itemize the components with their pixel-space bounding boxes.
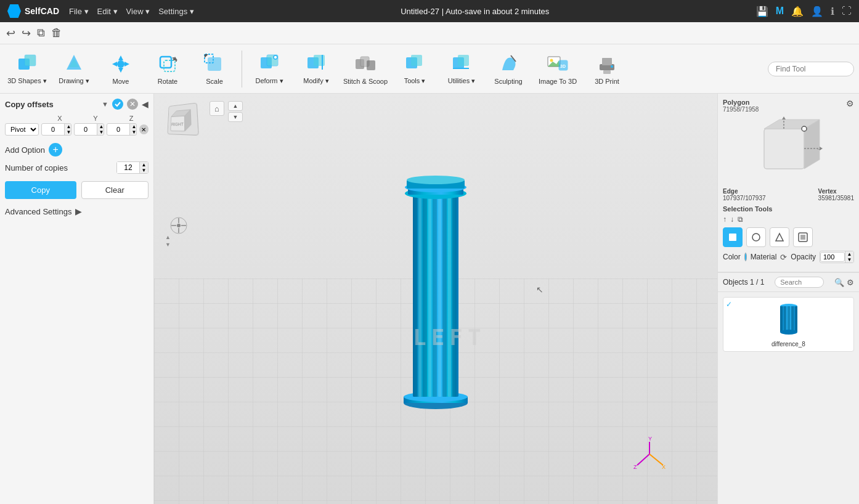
- tool-tools[interactable]: Tools ▾: [393, 47, 437, 91]
- info-icon[interactable]: ℹ: [831, 6, 834, 17]
- find-tool-input[interactable]: [768, 62, 854, 76]
- svg-text:Z: Z: [633, 464, 637, 470]
- confirm-icon[interactable]: [112, 99, 123, 110]
- viewport[interactable]: RIGHT ⌂ ▲ ▼: [154, 94, 717, 504]
- z-spinner: ▲ ▼: [129, 124, 137, 135]
- object-preview: [773, 301, 804, 338]
- selection-mode-buttons: [723, 227, 854, 247]
- sel-vertex-button[interactable]: [770, 227, 789, 247]
- z-input[interactable]: [107, 124, 129, 134]
- tool-utilities[interactable]: Utilities ▾: [439, 47, 484, 91]
- opacity-up[interactable]: ▲: [845, 251, 853, 257]
- view-down-button[interactable]: ▼: [228, 112, 243, 122]
- tool-3d-shapes[interactable]: 3D Shapes ▾: [5, 47, 49, 91]
- y-down[interactable]: ▼: [97, 129, 104, 135]
- stitch-icon: [354, 53, 377, 75]
- svg-marker-8: [124, 62, 129, 67]
- redo-button[interactable]: ↪: [22, 26, 31, 40]
- tool-modify[interactable]: Modify ▾: [294, 47, 338, 91]
- tool-sculpting[interactable]: Sculpting: [486, 47, 531, 91]
- logo: SelfCAD: [7, 4, 59, 18]
- advanced-settings-row[interactable]: Advanced Settings ▶: [5, 206, 149, 216]
- z-up[interactable]: ▲: [129, 124, 137, 129]
- sel-polygon-button[interactable]: [723, 227, 743, 247]
- pivot-select[interactable]: Pivot: [5, 123, 39, 136]
- right-settings-icon[interactable]: ⚙: [846, 99, 854, 108]
- menu-view[interactable]: View ▾: [126, 7, 150, 16]
- svg-rect-93: [795, 306, 797, 332]
- opacity-label: Opacity: [791, 253, 816, 261]
- tool-image-to-3d[interactable]: 3D Image To 3D: [533, 47, 582, 91]
- user-icon[interactable]: 👤: [811, 6, 823, 17]
- collapse-left-icon[interactable]: ◀: [142, 99, 149, 109]
- tool-label: Move: [113, 78, 129, 85]
- opacity-input-wrap: ▲ ▼: [820, 251, 854, 263]
- copies-input-wrap: ▲ ▼: [116, 161, 149, 174]
- 3d-shapes-icon: [16, 52, 38, 75]
- view-up-button[interactable]: ▲: [228, 101, 243, 111]
- objects-search-icon[interactable]: 🔍: [834, 278, 844, 287]
- find-tool-wrap: [768, 62, 854, 76]
- bell-icon[interactable]: 🔔: [791, 6, 804, 17]
- save-icon[interactable]: 💾: [756, 6, 768, 17]
- x-up[interactable]: ▲: [64, 124, 71, 129]
- sel-object-button[interactable]: [793, 227, 813, 247]
- copies-up[interactable]: ▲: [139, 162, 148, 168]
- menu-file[interactable]: File ▾: [69, 7, 89, 16]
- panel-header: Copy offsets ▼ ✕ ◀: [5, 99, 149, 110]
- clear-button[interactable]: Clear: [81, 181, 149, 199]
- add-option-button[interactable]: +: [49, 143, 62, 156]
- copies-down[interactable]: ▼: [139, 168, 148, 173]
- tool-stitch[interactable]: Stitch & Scoop: [341, 47, 390, 91]
- expand-icon[interactable]: ⛶: [842, 6, 852, 17]
- sel-edge-button[interactable]: [746, 227, 766, 247]
- compass-icon[interactable]: [170, 217, 187, 236]
- nav-cube[interactable]: RIGHT: [166, 104, 203, 140]
- object-item[interactable]: ✓: [723, 297, 854, 352]
- y-up[interactable]: ▲: [97, 124, 104, 129]
- svg-marker-14: [205, 54, 208, 58]
- y-input[interactable]: [75, 124, 97, 134]
- menu-settings[interactable]: Settings ▾: [158, 7, 194, 16]
- material-icon[interactable]: ⟳: [780, 253, 787, 262]
- tool-label: Scale: [206, 78, 223, 85]
- copies-input[interactable]: [117, 162, 139, 173]
- tool-deform[interactable]: Deform ▾: [247, 47, 291, 91]
- tool-scale[interactable]: Scale: [192, 47, 237, 91]
- viewport-toolbar: ⌂ ▲ ▼: [210, 101, 243, 122]
- opacity-spinner: ▲ ▼: [845, 251, 853, 262]
- m-icon[interactable]: M: [776, 6, 784, 17]
- copy-button[interactable]: ⧉: [37, 26, 45, 39]
- sel-arrow-up-icon[interactable]: ↑: [723, 215, 727, 224]
- tool-rotate[interactable]: Rotate: [145, 47, 190, 91]
- x-input[interactable]: [42, 124, 64, 134]
- svg-point-38: [611, 65, 613, 68]
- objects-settings-icon[interactable]: ⚙: [847, 278, 854, 287]
- home-view-button[interactable]: ⌂: [210, 101, 224, 116]
- undo-button[interactable]: ↩: [6, 26, 15, 40]
- color-swatch[interactable]: [744, 253, 747, 261]
- tool-3d-print[interactable]: 3D Print: [585, 47, 629, 91]
- menu-edit[interactable]: Edit ▾: [97, 7, 118, 16]
- clear-coords-button[interactable]: ✕: [139, 124, 149, 134]
- sel-copy-icon[interactable]: ⧉: [738, 215, 743, 224]
- z-down[interactable]: ▼: [129, 129, 137, 135]
- close-panel-icon[interactable]: ✕: [127, 99, 138, 110]
- x-down[interactable]: ▼: [64, 129, 71, 135]
- svg-rect-59: [442, 193, 447, 397]
- sel-arrow-down-icon[interactable]: ↓: [730, 215, 734, 224]
- copy-button[interactable]: Copy: [5, 181, 76, 199]
- opacity-down[interactable]: ▼: [845, 257, 853, 262]
- tool-drawing[interactable]: Drawing ▾: [52, 47, 96, 91]
- opacity-input[interactable]: [820, 252, 845, 262]
- 3d-column-object: [396, 156, 476, 415]
- svg-line-71: [649, 454, 663, 465]
- objects-search-input[interactable]: [775, 277, 824, 288]
- delete-button[interactable]: 🗑: [51, 26, 62, 39]
- svg-rect-91: [788, 306, 790, 332]
- tool-label: Tools ▾: [404, 77, 426, 85]
- svg-marker-7: [112, 62, 117, 67]
- right-nav-cube[interactable]: →: [749, 116, 829, 184]
- tool-label: Image To 3D: [539, 78, 577, 85]
- tool-move[interactable]: Move: [99, 47, 143, 91]
